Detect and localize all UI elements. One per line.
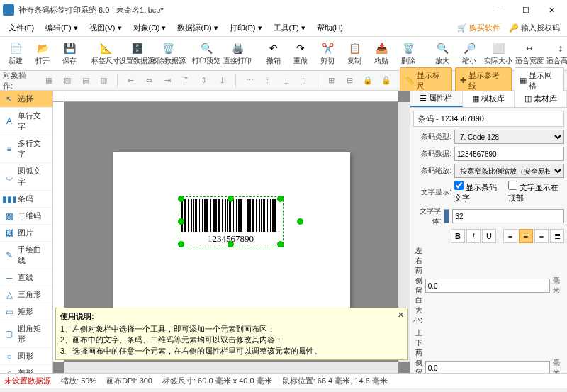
tool-freehand[interactable]: ✎手绘曲线 <box>0 242 52 269</box>
show-guides-toggle[interactable]: ✚显示参考线 <box>455 67 512 94</box>
resize-handle-w[interactable] <box>178 218 184 225</box>
align-right-icon[interactable]: ⇥ <box>160 73 176 89</box>
tab-templates[interactable]: ▦模板库 <box>463 91 515 107</box>
tool-arc-text[interactable]: ◡圆弧文字 <box>0 163 52 191</box>
same-height-icon[interactable]: ▯ <box>296 73 312 89</box>
tool-rhombus[interactable]: ◇菱形 <box>0 365 52 373</box>
ruler-horizontal[interactable] <box>64 91 398 102</box>
same-width-icon[interactable]: □ <box>279 73 294 89</box>
tool-image[interactable]: 🖼图片 <box>0 225 52 242</box>
menu-datasource[interactable]: 数据源(D) ▾ <box>172 21 223 35</box>
distribute-v-icon[interactable]: ⋮ <box>260 73 276 89</box>
buy-link[interactable]: 🛒购买软件 <box>453 21 505 35</box>
label-size-button[interactable]: 📐标签尺寸 <box>91 38 120 69</box>
remove-datasource-button[interactable]: 🗑️移除数据源 <box>153 38 183 69</box>
barcode-object[interactable]: 1234567890 <box>181 199 281 245</box>
layer-down-icon[interactable]: ▥ <box>96 73 111 89</box>
menu-help[interactable]: 帮助(H) <box>311 21 349 35</box>
barcode-scale-select[interactable]: 按宽窄条比例缩放（安全易扫） <box>454 164 564 178</box>
align-middle-icon[interactable]: ⇕ <box>196 73 212 89</box>
minimize-button[interactable]: — <box>488 0 513 20</box>
barcode-data-input[interactable] <box>454 147 564 161</box>
cut-button[interactable]: ✂️剪切 <box>315 38 340 69</box>
group-icon[interactable]: ⊞ <box>324 73 339 89</box>
print-button[interactable]: 🖨️直接打印 <box>223 38 252 69</box>
ungroup-icon[interactable]: ⊟ <box>342 73 358 89</box>
menu-object[interactable]: 对象(O) ▾ <box>128 21 172 35</box>
show-grid-toggle[interactable]: ▦显示网格 <box>515 67 564 94</box>
unlock-icon[interactable]: 🔓 <box>378 73 394 89</box>
align-left-button[interactable]: ≡ <box>503 229 517 243</box>
layer-up-icon[interactable]: ▤ <box>78 73 94 89</box>
rotate-handle[interactable] <box>297 218 303 225</box>
fit-height-button[interactable]: ↕适合高度 <box>546 38 567 69</box>
redo-button[interactable]: ↷重做 <box>288 38 313 69</box>
margin-lr-input[interactable] <box>425 279 550 293</box>
margin-tb-input[interactable] <box>425 361 550 373</box>
align-top-icon[interactable]: ⤒ <box>178 73 193 89</box>
tool-circle[interactable]: ○圆形 <box>0 348 52 365</box>
save-button[interactable]: 💾保存 <box>57 38 82 69</box>
barcode-type-select[interactable]: 7. Code-128 <box>454 130 564 144</box>
menu-tools[interactable]: 工具(T) ▾ <box>268 21 311 35</box>
close-button[interactable]: ✕ <box>539 0 564 20</box>
align-bottom-icon[interactable]: ⤓ <box>215 73 230 89</box>
tool-qrcode[interactable]: ▩二维码 <box>0 208 52 225</box>
tips-close-button[interactable]: ✕ <box>398 310 404 320</box>
scrollbar-horizontal[interactable] <box>64 362 398 373</box>
lock-icon[interactable]: 🔒 <box>360 73 376 89</box>
show-top-checkbox[interactable]: 文字显示在顶部 <box>508 181 564 203</box>
maximize-button[interactable]: ☐ <box>513 0 539 20</box>
layer-back-icon[interactable]: ▧ <box>60 73 75 89</box>
menu-file[interactable]: 文件(F) <box>3 21 40 35</box>
bold-button[interactable]: B <box>451 229 465 243</box>
tool-select[interactable]: ↖选择 <box>0 91 52 108</box>
tool-multi-text[interactable]: ≡多行文字 <box>0 135 52 163</box>
paste-button[interactable]: 📥粘贴 <box>369 38 394 69</box>
align-justify-button[interactable]: ≣ <box>550 229 564 243</box>
align-left-icon[interactable]: ⇤ <box>123 73 139 89</box>
tips-line-1: 1、左侧对象栏中选择一个工具，即可添加一个元素到画布区； <box>60 324 403 335</box>
show-ruler-toggle[interactable]: 📏显示标尺 <box>400 67 452 94</box>
resize-handle-se[interactable] <box>277 241 284 247</box>
underline-button[interactable]: U <box>482 229 496 243</box>
resize-handle-sw[interactable] <box>178 241 184 247</box>
menu-view[interactable]: 视图(V) ▾ <box>84 21 128 35</box>
resize-handle-ne[interactable] <box>277 196 284 202</box>
actual-size-button[interactable]: ⬜实际大小 <box>483 38 513 69</box>
layer-front-icon[interactable]: ▦ <box>41 73 57 89</box>
zoom-in-button[interactable]: 🔍放大 <box>430 38 455 69</box>
tool-triangle[interactable]: △三角形 <box>0 286 52 303</box>
tool-roundrect[interactable]: ▢圆角矩形 <box>0 320 52 348</box>
tool-single-text[interactable]: A单行文字 <box>0 108 52 135</box>
show-text-checkbox[interactable]: 显示条码文字 <box>454 181 504 203</box>
tool-barcode[interactable]: ▮▮▮条码 <box>0 191 52 208</box>
distribute-h-icon[interactable]: ⋯ <box>242 73 257 89</box>
resize-handle-nw[interactable] <box>178 196 184 202</box>
align-center-h-icon[interactable]: ⇔ <box>142 73 157 89</box>
tab-assets[interactable]: ◫素材库 <box>515 91 567 107</box>
license-link[interactable]: 🔑输入授权码 <box>505 21 564 35</box>
tool-line[interactable]: ─直线 <box>0 269 52 286</box>
zoom-out-button[interactable]: 🔎缩小 <box>456 38 482 69</box>
italic-button[interactable]: I <box>466 229 481 243</box>
align-right-button[interactable]: ≡ <box>534 229 549 243</box>
font-family-select[interactable]: 宋体 <box>444 209 449 223</box>
menu-print[interactable]: 打印(P) ▾ <box>224 21 268 35</box>
menu-edit[interactable]: 编辑(E) ▾ <box>40 21 84 35</box>
tool-rect[interactable]: ▭矩形 <box>0 303 52 320</box>
new-button[interactable]: 📄新建 <box>3 38 28 69</box>
tab-properties[interactable]: ☰属性栏 <box>410 91 463 107</box>
print-preview-button[interactable]: 🔍打印预览 <box>191 38 221 69</box>
font-size-input[interactable] <box>452 209 564 223</box>
resize-handle-s[interactable] <box>228 241 234 247</box>
resize-handle-n[interactable] <box>228 196 234 202</box>
delete-button[interactable]: 🗑️删除 <box>395 38 421 69</box>
set-datasource-button[interactable]: 🗄️设置数据源 <box>122 38 152 69</box>
undo-button[interactable]: ↶撤销 <box>261 38 286 69</box>
fit-width-button[interactable]: ↔适合宽度 <box>515 38 544 69</box>
label-page[interactable]: 1234567890 <box>113 152 350 311</box>
open-button[interactable]: 📂打开 <box>30 38 55 69</box>
align-center-button[interactable]: ≡ <box>519 229 533 243</box>
copy-button[interactable]: 📋复制 <box>342 38 367 69</box>
